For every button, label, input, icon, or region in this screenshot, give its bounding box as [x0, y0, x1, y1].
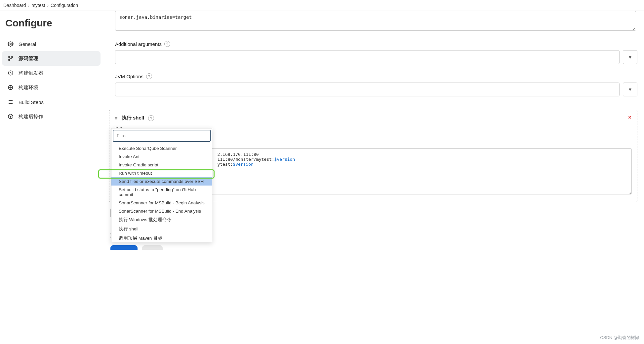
dropdown-item[interactable]: 执行 Windows 批处理命令	[111, 215, 212, 224]
chevron-down-icon: ▼	[628, 87, 632, 92]
breadcrumb-project[interactable]: mytest	[31, 3, 45, 8]
breadcrumb-sep-icon: ›	[47, 3, 49, 8]
sidebar-item-env[interactable]: 构建环境	[2, 80, 101, 95]
dropdown-item[interactable]: 执行 shell	[111, 224, 212, 234]
dropdown-item-ssh[interactable]: Send files or execute commands over SSH	[111, 177, 212, 186]
svg-point-1	[9, 56, 10, 58]
add-step-dropdown: Execute SonarQube Scanner Invoke Ant Inv…	[111, 128, 212, 242]
svg-point-3	[12, 56, 13, 58]
section-divider	[115, 100, 637, 100]
dropdown-item[interactable]: Invoke Ant	[111, 153, 212, 161]
sidebar-item-scm[interactable]: 源码管理	[2, 51, 101, 66]
sidebar-item-label: 构建后操作	[19, 114, 43, 120]
additional-arguments-dropdown-button[interactable]: ▼	[623, 50, 637, 64]
section-title: 执行 shell	[122, 115, 144, 121]
dropdown-item[interactable]: 调用顶层 Maven 目标	[111, 234, 212, 243]
help-icon[interactable]: ?	[164, 41, 170, 47]
primary-button-partial[interactable]	[110, 245, 138, 250]
globe-icon	[7, 84, 14, 91]
sidebar-item-general[interactable]: General	[2, 37, 101, 51]
help-icon[interactable]: ?	[148, 115, 154, 121]
breadcrumb-sep-icon: ›	[28, 3, 30, 8]
sidebar-item-post[interactable]: 构建后操作	[2, 109, 101, 124]
drag-handle-icon[interactable]: ≡	[115, 115, 118, 121]
page-title: Configure	[5, 17, 97, 29]
dropdown-item[interactable]: SonarScanner for MSBuild - End Analysis	[111, 207, 212, 215]
jvm-options-dropdown-button[interactable]: ▼	[623, 83, 637, 96]
sidebar-item-build-steps[interactable]: Build Steps	[2, 95, 101, 109]
sidebar-item-label: General	[19, 41, 36, 47]
breadcrumb-dashboard[interactable]: Dashboard	[3, 3, 26, 8]
sidebar-item-triggers[interactable]: 构建触发器	[2, 66, 101, 80]
clock-icon	[7, 70, 14, 76]
dropdown-item[interactable]: SonarScanner for MSBuild - Begin Analysi…	[111, 199, 212, 207]
branch-icon	[7, 55, 14, 62]
svg-point-0	[10, 43, 12, 45]
additional-arguments-label: Additional arguments	[115, 41, 162, 47]
dropdown-filter-input[interactable]	[113, 130, 211, 142]
dropdown-item[interactable]: Set build status to "pending" on GitHub …	[111, 186, 212, 199]
dropdown-item[interactable]: Run with timeout	[111, 169, 212, 177]
secondary-button-partial[interactable]	[142, 245, 163, 250]
jvm-options-label: JVM Options	[115, 74, 143, 79]
breadcrumb: Dashboard › mytest › Configuration	[0, 0, 644, 11]
help-icon[interactable]: ?	[146, 73, 152, 79]
sidebar-item-label: 源码管理	[19, 55, 38, 62]
breadcrumb-configuration[interactable]: Configuration	[51, 3, 78, 8]
sidebar-item-label: 构建触发器	[19, 70, 43, 76]
additional-arguments-input[interactable]	[115, 50, 620, 64]
delete-step-button[interactable]: ×	[626, 114, 634, 121]
gear-icon	[7, 41, 14, 47]
sidebar-item-label: 构建环境	[19, 85, 38, 91]
svg-point-2	[9, 59, 10, 61]
chevron-down-icon: ▼	[628, 54, 632, 60]
steps-icon	[7, 99, 14, 105]
dropdown-list: Execute SonarQube Scanner Invoke Ant Inv…	[111, 143, 212, 242]
analysis-properties-textarea[interactable]: sonar.java.binaries=target	[115, 11, 636, 31]
jvm-options-input[interactable]	[115, 83, 620, 96]
sidebar-item-label: Build Steps	[19, 99, 44, 105]
sidebar: Configure General 源码管理 构建触发器 构建环境	[0, 11, 102, 264]
dropdown-item[interactable]: Invoke Gradle script	[111, 161, 212, 169]
dropdown-item[interactable]: Execute SonarQube Scanner	[111, 144, 212, 153]
package-icon	[7, 113, 14, 120]
